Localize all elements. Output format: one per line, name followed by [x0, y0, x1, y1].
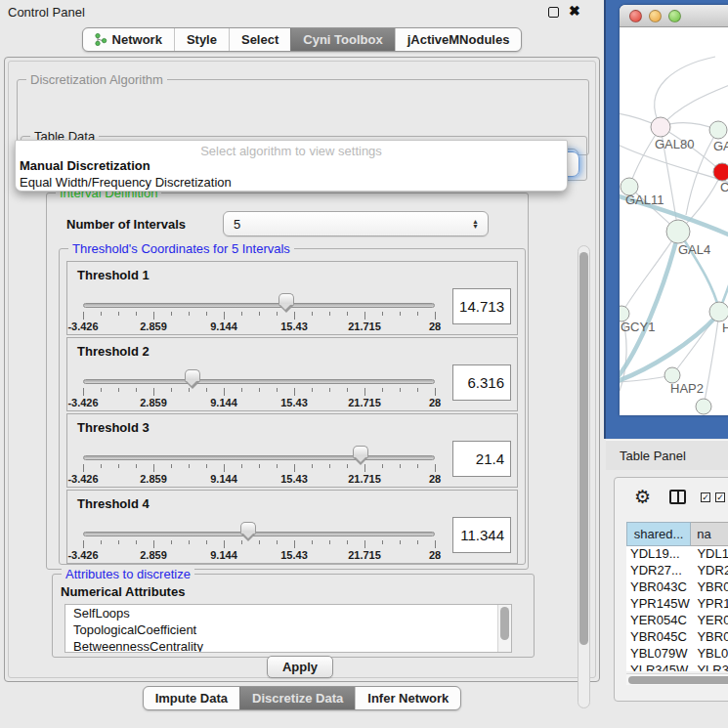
- node-table-header: shared... na: [626, 522, 728, 546]
- top-tab-bar: Network Style Select Cyni Toolbox jActiv…: [0, 27, 604, 52]
- threshold-slider[interactable]: -3.4262.8599.14415.4321.71528: [83, 414, 435, 489]
- tab-cyni-toolbox[interactable]: Cyni Toolbox: [290, 28, 394, 51]
- cell-name: YBR0: [691, 629, 728, 646]
- attribute-list-item[interactable]: TopologicalCoefficient: [65, 621, 511, 638]
- cell-shared-name: YPR145W: [626, 596, 691, 613]
- slider-ticks: [83, 312, 435, 320]
- column-header-shared-name[interactable]: shared...: [626, 522, 691, 546]
- column-layout-icon[interactable]: [669, 490, 686, 504]
- table-row[interactable]: YBL079WYBL0: [626, 646, 728, 663]
- network-node-ga[interactable]: [709, 121, 727, 139]
- control-panel: Control Panel ✖ Network Style Select Cyn…: [0, 0, 604, 728]
- threshold-slider[interactable]: -3.4262.8599.14415.4321.71528: [83, 491, 435, 565]
- number-of-intervals-value: 5: [234, 217, 240, 232]
- cell-name: YDR2: [691, 563, 728, 579]
- tab-discretize-data[interactable]: Discretize Data: [239, 687, 355, 709]
- network-view-window: GAL80GACGAL11GAL4GCY1HHAP2: [620, 5, 728, 415]
- slider-thumb[interactable]: [353, 446, 368, 465]
- attribute-list-item[interactable]: BetweennessCentrality: [65, 638, 511, 653]
- slider-ticks: [83, 540, 435, 548]
- table-row[interactable]: YPR145WYPR1: [626, 596, 728, 613]
- network-node-label: GCY1: [621, 320, 655, 334]
- algorithm-popup-hint: Select algorithm to view settings: [16, 144, 567, 158]
- slider-ticks: [83, 388, 435, 396]
- control-panel-titlebar: Control Panel ✖: [0, 0, 604, 24]
- algorithm-option-manual[interactable]: Manual Discretization: [20, 158, 150, 173]
- network-canvas[interactable]: GAL80GACGAL11GAL4GCY1HHAP2: [620, 27, 728, 415]
- tab-infer-network[interactable]: Infer Network: [355, 687, 460, 709]
- tab-select[interactable]: Select: [229, 28, 290, 51]
- network-node-gal80[interactable]: [651, 117, 670, 137]
- slider-track[interactable]: [83, 379, 435, 384]
- threshold-list: Threshold 1-3.4262.8599.14415.4321.71528…: [66, 261, 518, 566]
- network-node-c[interactable]: [713, 163, 728, 181]
- slider-track[interactable]: [83, 455, 435, 460]
- table-row[interactable]: YBR043CYBR0: [626, 579, 728, 596]
- cell-shared-name: YDL19...: [626, 546, 691, 563]
- attribute-list-item[interactable]: SelfLoops: [65, 605, 511, 621]
- tab-network-label: Network: [112, 32, 162, 47]
- mac-minimize-icon[interactable]: [649, 10, 662, 22]
- slider-track[interactable]: [83, 532, 435, 536]
- table-horizontal-scrollbar[interactable]: [626, 673, 728, 685]
- table-row[interactable]: YDL19...YDL1: [626, 546, 728, 563]
- cell-name: YBR0: [691, 579, 728, 596]
- cell-name: YLR3: [691, 663, 728, 671]
- tab-impute-data[interactable]: Impute Data: [144, 687, 239, 709]
- cell-name: YDL1: [691, 546, 728, 563]
- tab-style-label: Style: [187, 32, 217, 47]
- table-row[interactable]: YER054CYER0: [626, 613, 728, 629]
- slider-tick-labels: -3.4262.8599.14415.4321.71528: [83, 397, 435, 408]
- discretization-algorithm-group-label: Discretization Algorithm: [26, 72, 167, 87]
- tab-jactivemnodules-label: jActiveMNodules: [407, 32, 510, 47]
- mac-zoom-icon[interactable]: [668, 10, 681, 22]
- threshold-value-field[interactable]: 11.344: [452, 517, 511, 553]
- network-window: GAL80GACGAL11GAL4GCY1HHAP2: [604, 0, 728, 439]
- network-node-h[interactable]: [709, 302, 728, 321]
- network-node[interactable]: [696, 399, 711, 414]
- threshold-panel: Threshold 3-3.4262.8599.14415.4321.71528…: [66, 413, 518, 488]
- algorithm-dropdown-popup: Select algorithm to view settings Manual…: [15, 140, 568, 192]
- table-panel-titlebar: Table Panel: [606, 440, 728, 470]
- column-header-name[interactable]: na: [691, 522, 728, 546]
- threshold-value-field[interactable]: 14.713: [452, 288, 511, 324]
- tab-network[interactable]: Network: [83, 28, 174, 51]
- mac-close-icon[interactable]: [629, 10, 642, 22]
- attributes-list-scrollbar[interactable]: [497, 605, 511, 652]
- slider-track[interactable]: [83, 303, 435, 308]
- checkbox-icon[interactable]: ✓: [715, 492, 725, 502]
- tab-style[interactable]: Style: [174, 28, 229, 51]
- network-glyph-icon: [95, 33, 107, 46]
- cell-shared-name: YBL079W: [626, 646, 691, 663]
- close-icon[interactable]: ✖: [569, 3, 580, 19]
- threshold-slider[interactable]: -3.4262.8599.14415.4321.71528: [83, 338, 435, 412]
- gear-icon[interactable]: ⚙: [634, 487, 651, 508]
- slider-tick-labels: -3.4262.8599.14415.4321.71528: [83, 473, 435, 485]
- algorithm-option-equal-width[interactable]: Equal Width/Frequency Discretization: [20, 175, 232, 190]
- float-window-icon[interactable]: [548, 7, 559, 18]
- threshold-slider[interactable]: -3.4262.8599.14415.4321.71528: [83, 262, 435, 336]
- table-row[interactable]: YBR045CYBR0: [626, 629, 728, 646]
- slider-thumb[interactable]: [185, 369, 200, 389]
- combo-stepper-icon: ▲▼: [472, 219, 479, 229]
- tab-jactivemnodules[interactable]: jActiveMNodules: [395, 28, 522, 51]
- slider-ticks: [83, 464, 435, 472]
- table-row[interactable]: YDR27...YDR2: [626, 563, 728, 579]
- network-node-gal4[interactable]: [666, 220, 690, 243]
- number-of-intervals-combobox[interactable]: 5 ▲▼: [223, 211, 489, 236]
- threshold-value-field[interactable]: 21.4: [452, 441, 511, 477]
- node-table: shared... na YDL19...YDL1YDR27...YDR2YBR…: [626, 522, 728, 685]
- panel-vertical-scrollbar[interactable]: [578, 245, 590, 708]
- tab-select-label: Select: [241, 32, 278, 47]
- network-node-label: GAL80: [655, 137, 694, 151]
- checkbox-icon[interactable]: ✓: [701, 492, 710, 502]
- slider-thumb[interactable]: [278, 293, 294, 313]
- threshold-panel: Threshold 2-3.4262.8599.14415.4321.71528…: [66, 337, 518, 411]
- apply-button[interactable]: Apply: [267, 656, 333, 678]
- threshold-panel: Threshold 4-3.4262.8599.14415.4321.71528…: [66, 490, 518, 564]
- thresholds-group-label: Threshold's Coordinates for 5 Intervals: [68, 241, 294, 256]
- table-row[interactable]: YLR345WYLR3: [626, 663, 728, 671]
- slider-thumb[interactable]: [240, 522, 256, 541]
- threshold-value-field[interactable]: 6.316: [452, 364, 511, 401]
- cell-name: YER0: [691, 613, 728, 629]
